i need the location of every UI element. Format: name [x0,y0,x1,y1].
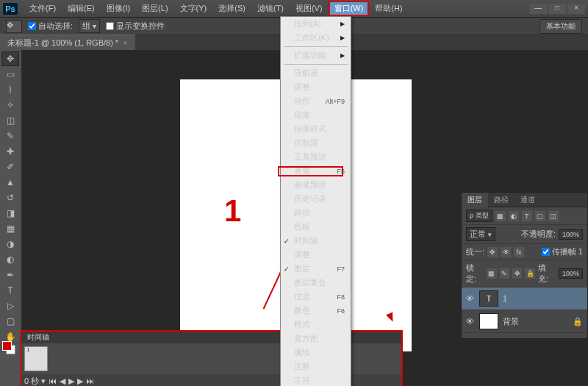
menu-dropdown-item[interactable]: 字符 [281,374,351,386]
filter-kind-dropdown[interactable]: ρ 类型 [466,210,492,222]
menu-dropdown-item[interactable]: 路径 [281,206,351,220]
menu-item[interactable]: 窗口(W) [329,1,370,16]
opacity-value[interactable]: 100% [559,229,583,240]
type-tool[interactable]: T [1,283,19,298]
filter-pixel-icon[interactable]: ▦ [495,211,506,221]
dodge-tool[interactable]: ◐ [1,252,19,267]
menu-dropdown-item[interactable]: 直方图 [281,332,351,346]
menu-dropdown-item[interactable]: 工具预设 [281,150,351,164]
lock-all-icon[interactable]: 🔒 [525,268,534,279]
lock-pixel-icon[interactable]: ✎ [500,268,509,279]
menu-dropdown-item[interactable]: 颜色F6 [281,304,351,318]
layers-tab[interactable]: 图层 [462,193,488,207]
timeline-frame[interactable]: 1 [24,346,48,371]
unify-visibility-icon[interactable]: 👁 [501,247,511,257]
canvas-text-layer[interactable]: 1 [224,193,241,229]
play-prev-icon[interactable]: ◀ [60,376,65,386]
channels-tab[interactable]: 通道 [514,193,541,207]
menu-dropdown-item[interactable]: 动作Alt+F9 [281,94,351,108]
auto-select-dropdown[interactable]: 组 ▾ [79,19,100,33]
visibility-icon[interactable]: 👁 [466,294,475,303]
wand-tool[interactable]: ✧ [1,98,19,112]
menu-dropdown-item[interactable]: 仿制源 [281,136,351,150]
close-tab-icon[interactable]: × [123,38,127,47]
menu-dropdown-item[interactable]: 信息F8 [281,290,351,304]
menu-item[interactable]: 图层(L) [136,1,173,16]
shape-tool[interactable]: ▢ [1,314,19,329]
crop-tool[interactable]: ◫ [1,113,19,128]
color-swatches[interactable] [2,341,15,354]
window-maximize[interactable]: □ [548,4,566,14]
document-tab[interactable]: 未标题-1 @ 100% (1, RGB/8) *× [0,35,135,51]
window-close[interactable]: × [567,4,585,14]
menu-dropdown-item[interactable]: 段落样式 [281,122,351,136]
menu-dropdown-item[interactable]: 调整 [281,248,351,262]
blur-tool[interactable]: ◑ [1,237,19,251]
menu-item[interactable]: 滤镜(T) [251,1,290,16]
auto-select-checkbox[interactable]: 自动选择: [28,21,73,32]
play-first-icon[interactable]: ⏮ [49,376,57,385]
menu-item[interactable]: 文字(Y) [174,1,213,16]
menu-dropdown-item[interactable]: 注释 [281,360,351,374]
unify-style-icon[interactable]: fx [514,247,524,257]
filter-adjust-icon[interactable]: ◐ [509,211,519,221]
play-icon[interactable]: ▶ [68,376,74,386]
filter-shape-icon[interactable]: ▢ [535,211,545,221]
move-tool-icon[interactable]: ✥ [6,20,22,33]
menu-dropdown-item[interactable]: 历史记录 [281,192,351,206]
paths-tab[interactable]: 路径 [488,193,514,207]
window-minimize[interactable]: — [529,4,547,14]
eraser-tool[interactable]: ◨ [1,206,19,221]
unify-position-icon[interactable]: ✥ [487,247,498,257]
menu-dropdown-item[interactable]: 图层复合 [281,276,351,290]
layer-name[interactable]: 1 [503,294,507,303]
menu-dropdown-item[interactable]: 色板 [281,220,351,234]
menu-dropdown-item[interactable]: 调整 [281,80,351,94]
menu-dropdown-item[interactable]: 图层F7 [281,262,351,276]
foreground-color[interactable] [2,341,12,351]
menu-item[interactable]: 视图(V) [290,1,329,16]
workspace-switcher[interactable]: 基本功能 [539,19,582,34]
menu-dropdown-item[interactable]: 工作区(K)▶ [281,31,351,45]
menu-dropdown-item[interactable]: 段落 [281,108,351,122]
frame-duration[interactable]: 0 秒 ▾ [24,376,46,387]
menu-item[interactable]: 编辑(E) [62,1,101,16]
menu-item[interactable]: 帮助(H) [369,1,408,16]
pen-tool[interactable]: ✒ [1,268,19,282]
menu-item[interactable]: 选择(S) [212,1,251,16]
menu-dropdown-item[interactable]: 画笔预设 [281,178,351,192]
play-next-icon[interactable]: ▶ [77,376,83,386]
filter-type-icon[interactable]: T [522,211,532,221]
path-tool[interactable]: ▷ [1,299,19,313]
eyedropper-tool[interactable]: ✎ [1,129,19,143]
visibility-icon[interactable]: 👁 [466,317,475,326]
menu-dropdown-item[interactable]: 时间轴 [281,234,351,248]
menu-dropdown-item[interactable]: 样式 [281,318,351,332]
lock-pos-icon[interactable]: ✥ [512,268,522,279]
marquee-tool[interactable]: ▭ [1,67,19,82]
menu-dropdown-item[interactable]: 排列(A)▶ [281,17,351,31]
layer-name[interactable]: 背景 [503,316,519,327]
menu-dropdown-item[interactable]: 扩展功能▶ [281,49,351,62]
lock-trans-icon[interactable]: ▦ [487,268,496,279]
timeline-tab[interactable]: 时间轴 [21,331,55,344]
layer-row-background[interactable]: 👁 背景 🔒 [462,310,587,333]
move-tool[interactable]: ✥ [1,51,19,66]
heal-tool[interactable]: ✚ [1,144,19,159]
filter-smart-icon[interactable]: ◫ [548,211,559,221]
menu-item[interactable]: 文件(F) [24,1,62,16]
menu-dropdown-item[interactable]: 导航器 [281,66,351,80]
layer-row-text[interactable]: 👁 T 1 [462,287,587,310]
history-brush-tool[interactable]: ↺ [1,190,19,205]
menu-item[interactable]: 图像(I) [101,1,136,16]
play-last-icon[interactable]: ⏭ [86,376,94,385]
gradient-tool[interactable]: ▦ [1,221,19,236]
stamp-tool[interactable]: ▲ [1,175,19,190]
lasso-tool[interactable]: ⌇ [1,82,19,97]
propagate-checkbox[interactable]: 传播帧 1 [542,246,583,257]
blend-mode-dropdown[interactable]: 正常 ▾ [466,227,495,241]
show-transform-checkbox[interactable]: 显示变换控件 [106,21,165,32]
brush-tool[interactable]: ✐ [1,160,19,174]
menu-dropdown-item[interactable]: 属性 [281,346,351,360]
fill-value[interactable]: 100% [559,268,583,279]
